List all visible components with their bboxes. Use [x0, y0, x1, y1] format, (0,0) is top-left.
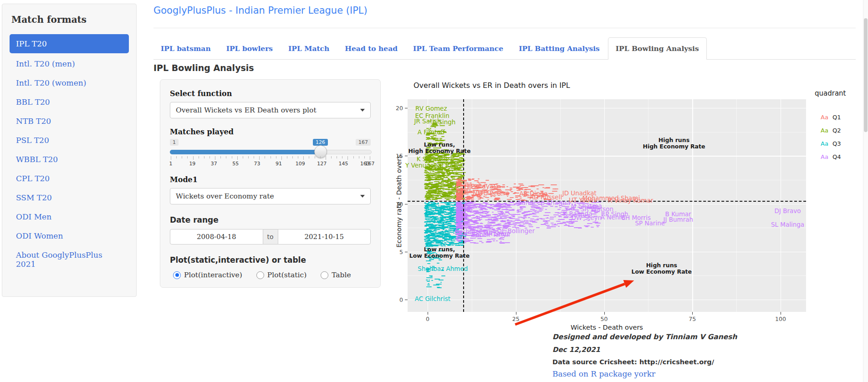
scatter-point [571, 209, 576, 210]
sidebar-item-cpl-t20[interactable]: CPL T20 [10, 170, 129, 187]
scatter-point [443, 159, 448, 160]
scatter-point [438, 156, 441, 157]
scatter-point [451, 183, 453, 183]
scatter-point [428, 251, 432, 252]
radio-plot-static-[interactable]: Plot(static) [253, 271, 306, 279]
sidebar-item-bbl-t20[interactable]: BBL T20 [10, 93, 129, 111]
scatter-point [457, 212, 459, 213]
scatter-point [445, 154, 447, 155]
scatter-point [430, 187, 434, 188]
scatter-point [456, 182, 462, 183]
sidebar-item-intl-t20-women-[interactable]: Intl. T20 (women) [10, 74, 129, 92]
scatter-point [467, 235, 473, 236]
scatter-point [542, 206, 548, 207]
mode1-select[interactable]: Wickets over Economy rate [170, 188, 371, 204]
scatter-point [458, 153, 461, 154]
radio-plot-interactive-[interactable]: Plot(interactive) [170, 271, 242, 279]
tab-head-to-head[interactable]: Head to head [337, 38, 405, 59]
scatter-point [432, 124, 435, 125]
scatter-point [457, 170, 462, 171]
scatter-point [446, 226, 448, 227]
sidebar-item-about-googlyplusplus-2021[interactable]: About GooglyPlusPlus 2021 [10, 246, 129, 273]
scatter-point [456, 228, 458, 229]
scatter-point [467, 233, 473, 234]
x-tick-label: 100 [775, 316, 786, 322]
radio-table[interactable]: Table [317, 271, 351, 279]
date-range-label: Date range [170, 215, 371, 224]
tab-ipl-bowling-analysis[interactable]: IPL Bowling Analysis [608, 37, 707, 60]
scrollbar[interactable] [863, 0, 868, 382]
scatter-point [562, 204, 567, 204]
scatter-point [442, 176, 445, 177]
scatter-point [546, 225, 550, 226]
scatter-point [457, 198, 463, 199]
scatter-point [435, 174, 437, 175]
function-select[interactable]: Overall Wickets vs ER Death overs plot [170, 102, 371, 118]
scatter-point [425, 173, 428, 173]
scatter-point [455, 199, 460, 200]
scatter-point [456, 195, 457, 196]
scatter-point [425, 230, 430, 231]
scatter-point [431, 234, 434, 234]
scatter-point [511, 215, 514, 216]
scatter-point [429, 204, 431, 205]
tab-ipl-team-performance[interactable]: IPL Team Performance [406, 38, 511, 59]
slider-handle[interactable] [314, 145, 327, 158]
matches-played-slider[interactable]: 1 126 167 11937557391109127145163167 [170, 139, 371, 170]
scatter-point [456, 181, 461, 182]
date-to-input[interactable] [278, 229, 371, 244]
sidebar-item-odi-men[interactable]: ODI Men [10, 208, 129, 225]
scatter-point [453, 226, 454, 227]
scatter-point [485, 206, 487, 207]
tab-ipl-bowlers[interactable]: IPL bowlers [219, 38, 280, 59]
scatter-point [443, 240, 445, 241]
scatter-point [465, 208, 466, 209]
sidebar-item-intl-t20-men-[interactable]: Intl. T20 (men) [10, 55, 129, 72]
scatter-point [456, 183, 459, 184]
scatter-point [442, 157, 444, 158]
scatter-point [474, 243, 479, 244]
sidebar-item-odi-women[interactable]: ODI Women [10, 227, 129, 244]
scatter-point [520, 208, 523, 209]
tab-ipl-match[interactable]: IPL Match [281, 38, 337, 59]
scatter-point [547, 217, 548, 218]
scatter-point [445, 193, 451, 194]
scatter-point [467, 211, 471, 212]
scatter-point [447, 202, 453, 203]
scatter-point [452, 219, 454, 220]
tab-ipl-batsman[interactable]: IPL batsman [153, 38, 218, 59]
scatter-point [427, 256, 432, 257]
scatter-point [451, 163, 454, 163]
scatter-point [439, 212, 444, 213]
scatter-point [463, 188, 468, 189]
sidebar-item-ipl-t20[interactable]: IPL T20 [10, 34, 129, 53]
scatter-point [456, 219, 461, 219]
scatter-point [427, 242, 433, 243]
scatter-point [429, 227, 435, 228]
sidebar-item-psl-t20[interactable]: PSL T20 [10, 132, 129, 149]
tab-ipl-batting-analysis[interactable]: IPL Batting Analysis [511, 38, 607, 59]
scatter-point [433, 240, 438, 241]
scatter-point [433, 230, 436, 231]
scatter-point [569, 221, 572, 222]
scatter-point [487, 199, 489, 200]
sidebar-item-ssm-t20[interactable]: SSM T20 [10, 189, 129, 206]
scatter-point [493, 240, 495, 241]
scatter-point [450, 182, 456, 183]
scatter-point [461, 198, 465, 199]
scatter-point [456, 223, 462, 224]
footer-yorkr-link[interactable]: Based on R package yorkr [552, 369, 737, 378]
scatter-point [436, 233, 442, 234]
date-from-input[interactable] [170, 229, 263, 244]
scatter-point [426, 260, 431, 261]
scatter-point [458, 241, 461, 242]
scatter-point [505, 242, 510, 243]
scatter-point [459, 225, 461, 226]
scatter-point [456, 216, 461, 217]
scatter-point [440, 219, 442, 220]
scrollbar-thumb[interactable] [864, 18, 868, 132]
scatter-point [448, 184, 451, 185]
sidebar-item-ntb-t20[interactable]: NTB T20 [10, 112, 129, 130]
scatter-point [448, 178, 449, 179]
sidebar-item-wbbl-t20[interactable]: WBBL T20 [10, 151, 129, 168]
